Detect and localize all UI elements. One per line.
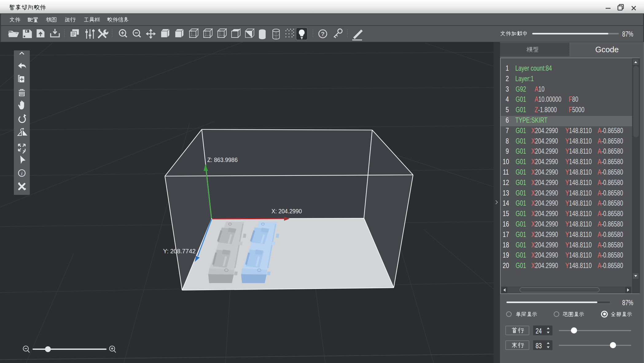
svg-text:i: i xyxy=(21,171,22,176)
svg-text:?: ? xyxy=(321,31,325,37)
